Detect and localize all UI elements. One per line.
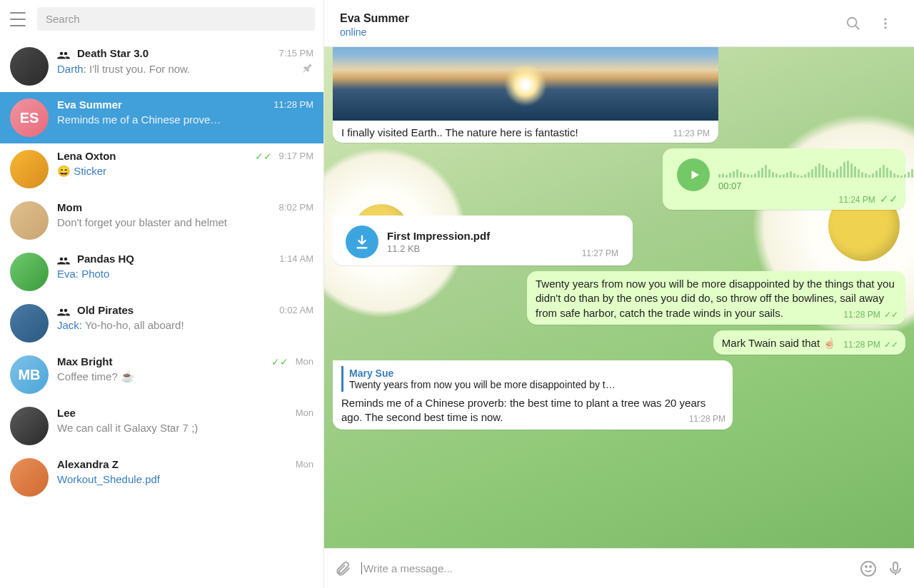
chat-time: Mon bbox=[296, 459, 313, 470]
chat-header-name: Eva Summer bbox=[340, 12, 837, 25]
chat-preview: We can call it Galaxy Star 7 ;) bbox=[57, 422, 313, 434]
chat-list-item[interactable]: Lena Oxton✓✓9:17 PM😄 Sticker bbox=[0, 143, 323, 195]
search-wrap bbox=[37, 7, 315, 31]
message-input[interactable] bbox=[361, 562, 850, 574]
avatar bbox=[10, 150, 49, 188]
attach-icon[interactable] bbox=[334, 560, 351, 577]
chat-name: Old Pirates bbox=[77, 304, 275, 316]
search-input[interactable] bbox=[46, 13, 306, 25]
chat-header-info[interactable]: Eva Summer online bbox=[340, 12, 837, 38]
read-ticks-icon: ✓✓ bbox=[271, 356, 288, 368]
chat-list-item[interactable]: LeeMonWe can call it Galaxy Star 7 ;) bbox=[0, 400, 323, 452]
avatar bbox=[10, 201, 49, 240]
reply-sender: Mary Sue bbox=[349, 368, 720, 379]
group-icon bbox=[57, 49, 70, 58]
message-file[interactable]: First Impression.pdf 11.2 KB 11:27 PM bbox=[333, 216, 633, 265]
chat-preview: Reminds me of a Chinese prove… bbox=[57, 113, 313, 126]
message-time: 11:28 PM bbox=[689, 413, 725, 425]
avatar: MB bbox=[10, 355, 49, 394]
download-icon[interactable] bbox=[346, 225, 378, 258]
menu-icon[interactable] bbox=[9, 12, 27, 26]
group-icon bbox=[57, 255, 70, 263]
message-text[interactable]: Mark Twain said that ☝🏻 11:28 PM ✓✓ bbox=[713, 330, 905, 355]
chat-name: Max Bright bbox=[57, 355, 267, 368]
chat-name: Mom bbox=[57, 201, 275, 213]
message-body: Reminds me of a Chinese proverb: the bes… bbox=[341, 397, 705, 423]
chat-preview: Eva: Photo bbox=[57, 268, 313, 280]
avatar bbox=[10, 304, 49, 343]
message-time: 11:23 PM bbox=[673, 128, 710, 138]
photo-thumbnail[interactable] bbox=[333, 47, 718, 121]
microphone-icon[interactable] bbox=[887, 560, 904, 577]
compose-bar bbox=[324, 548, 914, 588]
chat-name: Lee bbox=[57, 407, 291, 419]
reply-reference[interactable]: Mary Sue Twenty years from now you will … bbox=[341, 366, 725, 392]
chat-list-item[interactable]: Alexandra ZMonWorkout_Shedule.pdf bbox=[0, 452, 323, 503]
chat-preview: Jack: Yo-ho-ho, all aboard! bbox=[57, 319, 313, 331]
main-pane: Eva Summer online I finally visited Eart… bbox=[324, 0, 914, 588]
chat-time: Mon bbox=[296, 407, 313, 418]
chat-list-item[interactable]: Mom8:02 PMDon't forget your blaster and … bbox=[0, 195, 323, 246]
file-name: First Impression.pdf bbox=[387, 230, 559, 242]
chat-name: Eva Summer bbox=[57, 98, 269, 111]
svg-point-7 bbox=[870, 566, 871, 567]
avatar bbox=[10, 407, 49, 445]
message-time: 11:28 PM bbox=[843, 340, 880, 350]
chat-list-item[interactable]: MBMax Bright✓✓MonCoffee time? ☕ bbox=[0, 349, 323, 400]
svg-point-4 bbox=[884, 26, 886, 29]
file-size: 11.2 KB bbox=[387, 243, 559, 254]
sidebar-header bbox=[0, 0, 323, 41]
svg-rect-8 bbox=[893, 562, 898, 571]
pin-icon bbox=[302, 62, 313, 76]
chat-name: Lena Oxton bbox=[57, 150, 251, 162]
top-bar: Eva Summer online bbox=[324, 0, 914, 47]
chat-preview: Workout_Shedule.pdf bbox=[57, 473, 313, 485]
chat-list-item[interactable]: Death Star 3.07:15 PMDarth: I'll trust y… bbox=[0, 41, 323, 92]
avatar bbox=[10, 47, 49, 86]
voice-waveform[interactable] bbox=[718, 159, 914, 178]
chat-time: 8:02 PM bbox=[279, 202, 313, 213]
read-ticks-icon: ✓✓ bbox=[877, 193, 898, 205]
read-ticks-icon: ✓✓ bbox=[882, 340, 898, 350]
search-in-chat-icon[interactable] bbox=[837, 11, 870, 38]
avatar bbox=[10, 458, 49, 497]
svg-line-1 bbox=[855, 26, 860, 30]
chat-name: Death Star 3.0 bbox=[77, 47, 275, 59]
avatar bbox=[10, 253, 49, 291]
voice-duration: 00:07 bbox=[718, 181, 914, 191]
chat-time: 7:15 PM bbox=[279, 48, 313, 59]
chat-background: I finally visited Earth.. The nature her… bbox=[324, 47, 914, 548]
chat-time: 11:28 PM bbox=[273, 99, 313, 110]
reply-preview: Twenty years from now you will be more d… bbox=[349, 379, 720, 390]
chat-time: Mon bbox=[296, 356, 313, 367]
message-text[interactable]: Twenty years from now you will be more d… bbox=[527, 271, 905, 325]
chat-time: 1:14 AM bbox=[279, 253, 313, 264]
svg-point-0 bbox=[848, 18, 857, 27]
svg-point-2 bbox=[884, 19, 886, 21]
more-options-icon[interactable] bbox=[870, 12, 901, 37]
photo-caption: I finally visited Earth.. The nature her… bbox=[341, 126, 578, 138]
message-reply[interactable]: Mary Sue Twenty years from now you will … bbox=[333, 360, 733, 430]
chat-name: Alexandra Z bbox=[57, 458, 291, 470]
svg-point-5 bbox=[861, 562, 875, 576]
read-ticks-icon: ✓✓ bbox=[255, 151, 272, 162]
chat-list-item[interactable]: ESEva Summer11:28 PMReminds me of a Chin… bbox=[0, 92, 323, 143]
chat-list-item[interactable]: Old Pirates0:02 AMJack: Yo-ho-ho, all ab… bbox=[0, 298, 323, 349]
chat-header-status: online bbox=[340, 26, 837, 38]
message-time: 11:27 PM bbox=[582, 248, 618, 258]
chat-list-item[interactable]: Pandas HQ1:14 AMEva: Photo bbox=[0, 246, 323, 298]
emoji-icon[interactable] bbox=[860, 560, 877, 577]
play-icon[interactable] bbox=[677, 158, 710, 191]
group-icon bbox=[57, 306, 70, 315]
message-time: 11:28 PM bbox=[843, 310, 880, 320]
chat-preview: 😄 Sticker bbox=[57, 165, 313, 178]
message-photo[interactable]: I finally visited Earth.. The nature her… bbox=[333, 47, 718, 143]
chat-preview: Darth: I'll trust you. For now. bbox=[57, 63, 299, 75]
read-ticks-icon: ✓✓ bbox=[882, 310, 898, 320]
sidebar: Death Star 3.07:15 PMDarth: I'll trust y… bbox=[0, 0, 324, 588]
message-body: Twenty years from now you will be more d… bbox=[536, 278, 895, 319]
chat-list[interactable]: Death Star 3.07:15 PMDarth: I'll trust y… bbox=[0, 41, 323, 588]
chat-preview: Don't forget your blaster and helmet bbox=[57, 216, 313, 228]
messages-container: I finally visited Earth.. The nature her… bbox=[333, 47, 905, 430]
message-voice[interactable]: 00:07 11:24 PM ✓✓ bbox=[663, 148, 905, 210]
